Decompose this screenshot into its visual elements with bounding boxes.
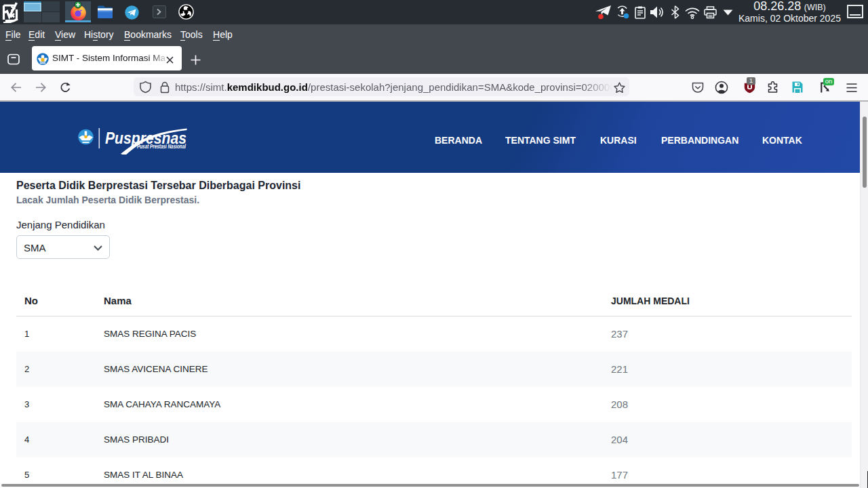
svg-text:Pusat Prestasi Nasional: Pusat Prestasi Nasional [137, 143, 186, 150]
